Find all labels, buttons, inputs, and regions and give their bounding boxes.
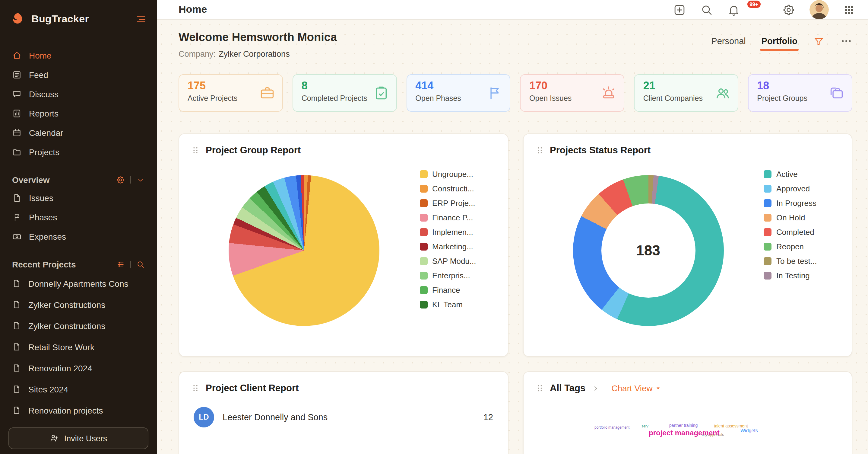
legend-swatch bbox=[420, 286, 427, 294]
recent-projects-filter-sliders-icon[interactable] bbox=[116, 260, 125, 269]
legend-item-completed[interactable]: Completed bbox=[764, 226, 837, 237]
legend-item-erp-proje[interactable]: ERP Proje... bbox=[420, 197, 493, 208]
panel-title: Project Group Report bbox=[206, 145, 301, 156]
notifications-bell-icon[interactable] bbox=[727, 3, 740, 16]
project-group-report-panel: Project Group Report Ungroupe...Construc… bbox=[179, 134, 508, 357]
legend-item-active[interactable]: Active bbox=[764, 168, 837, 179]
search-icon[interactable] bbox=[700, 3, 713, 16]
stat-card-open-phases[interactable]: 414Open Phases bbox=[406, 74, 510, 112]
recent-project-label: Sites 2024 bbox=[28, 384, 68, 394]
legend-swatch bbox=[420, 170, 427, 178]
tag-partner-training[interactable]: partner training bbox=[669, 423, 698, 427]
user-avatar[interactable] bbox=[809, 0, 829, 19]
legend-label: Ungroupe... bbox=[432, 169, 473, 178]
legend-item-implemen[interactable]: Implemen... bbox=[420, 226, 493, 237]
filter-funnel-icon[interactable] bbox=[813, 35, 825, 47]
legend-item-ungroupe[interactable]: Ungroupe... bbox=[420, 168, 493, 179]
stat-card-open-issues[interactable]: 170Open Issues bbox=[520, 74, 625, 112]
recent-projects-label: Recent Projects bbox=[12, 260, 116, 269]
legend-item-sap-modu[interactable]: SAP Modu... bbox=[420, 255, 493, 266]
expenses-icon bbox=[12, 232, 22, 242]
project-group-pie-chart[interactable] bbox=[228, 175, 379, 326]
tag-city-approvals[interactable]: city approvals bbox=[702, 433, 724, 436]
tab-personal[interactable]: Personal bbox=[711, 36, 746, 46]
recent-project-sites-2024[interactable]: Sites 2024 bbox=[0, 378, 157, 400]
legend-item-kl-team[interactable]: KL Team bbox=[420, 299, 493, 310]
stat-card-project-groups[interactable]: 18Project Groups bbox=[748, 74, 852, 112]
drag-handle-icon[interactable] bbox=[535, 146, 544, 154]
recent-project-zylker-constructions[interactable]: Zylker Constructions bbox=[0, 294, 157, 315]
legend-item-enterpris[interactable]: Enterpris... bbox=[420, 270, 493, 281]
recent-project-retail-store-work[interactable]: Retail Store Work bbox=[0, 336, 157, 358]
legend-label: KL Team bbox=[432, 300, 463, 309]
welcome-row: Welcome Hemsworth Monica Company:Zylker … bbox=[179, 31, 852, 59]
legend-item-finance[interactable]: Finance bbox=[420, 284, 493, 295]
apps-grid-icon[interactable] bbox=[843, 4, 855, 16]
legend-item-to-be-test[interactable]: To be test... bbox=[764, 255, 837, 266]
invite-users-button[interactable]: Invite Users bbox=[8, 427, 148, 449]
recent-project-renovation-2024[interactable]: Renovation 2024 bbox=[0, 358, 157, 378]
legend-swatch bbox=[764, 199, 772, 207]
tag-word-cloud: portfolio managementservpartner training… bbox=[523, 372, 852, 454]
sidebar-item-feed[interactable]: Feed bbox=[0, 65, 157, 85]
overview-collapse-chevron-down-icon[interactable] bbox=[136, 176, 145, 184]
recent-projects-header: Recent Projects bbox=[0, 256, 157, 273]
sidebar-item-phases[interactable]: Phases bbox=[0, 208, 157, 227]
donut-center: 183 bbox=[601, 203, 695, 297]
company-value: Zylker Corporations bbox=[219, 50, 290, 59]
legend-item-finance-p[interactable]: Finance P... bbox=[420, 212, 493, 223]
sidebar-item-issues[interactable]: Issues bbox=[0, 188, 157, 208]
legend-swatch bbox=[420, 228, 427, 236]
legend-item-marketing[interactable]: Marketing... bbox=[420, 241, 493, 252]
stat-card-active-projects[interactable]: 175Active Projects bbox=[179, 74, 283, 112]
recent-project-zylker-constructions[interactable]: Zylker Constructions bbox=[0, 315, 157, 336]
client-issue-count: 12 bbox=[484, 412, 493, 422]
legend-swatch bbox=[420, 214, 427, 221]
overview-settings-gear-icon[interactable] bbox=[116, 176, 125, 184]
legend-item-constructi[interactable]: Constructi... bbox=[420, 183, 493, 194]
settings-gear-icon[interactable] bbox=[782, 3, 795, 16]
sidebar-item-reports[interactable]: Reports bbox=[0, 104, 157, 123]
legend-item-approved[interactable]: Approved bbox=[764, 183, 837, 194]
alert-icon bbox=[601, 85, 617, 101]
legend-label: To be test... bbox=[776, 256, 817, 265]
tag-talent-assessment[interactable]: talent assessment bbox=[714, 424, 748, 428]
legend-item-on-hold[interactable]: On Hold bbox=[764, 212, 837, 223]
sidebar-item-expenses[interactable]: Expenses bbox=[0, 227, 157, 246]
tag-serv[interactable]: serv bbox=[642, 424, 648, 428]
sidebar-item-discuss[interactable]: Discuss bbox=[0, 85, 157, 104]
sidebar-item-label: Calendar bbox=[29, 128, 63, 138]
legend-label: ERP Proje... bbox=[432, 198, 475, 207]
drag-handle-icon[interactable] bbox=[191, 146, 200, 154]
hamburger-menu-icon[interactable] bbox=[135, 13, 147, 25]
bugtracker-logo-icon bbox=[10, 11, 25, 27]
stat-card-client-companies[interactable]: 21Client Companies bbox=[634, 74, 739, 112]
sidebar-item-projects[interactable]: Projects bbox=[0, 142, 157, 162]
recent-projects-search-icon[interactable] bbox=[136, 260, 145, 269]
stat-card-completed-projects[interactable]: 8Completed Projects bbox=[292, 74, 397, 112]
sidebar-item-home[interactable]: Home bbox=[0, 46, 157, 65]
legend-item-in-testing[interactable]: In Testing bbox=[764, 270, 837, 281]
legend-item-in-progress[interactable]: In Progress bbox=[764, 197, 837, 208]
recent-project-label: Renovation projects bbox=[28, 405, 103, 415]
issues-icon bbox=[12, 193, 22, 203]
view-controls: Personal Portfolio bbox=[711, 35, 852, 47]
recent-project-renovation-projects[interactable]: Renovation projects bbox=[0, 400, 157, 421]
client-name: Leester Donnelly and Sons bbox=[223, 412, 475, 422]
more-options-ellipsis-icon[interactable] bbox=[840, 35, 852, 47]
legend-item-reopen[interactable]: Reopen bbox=[764, 241, 837, 252]
all-tags-panel: All Tags Chart View portfolio management… bbox=[523, 371, 852, 454]
brand-name: BugTracker bbox=[31, 13, 129, 25]
recent-project-donnelly-apartments-cons[interactable]: Donnelly Apartments Cons bbox=[0, 273, 157, 294]
drag-handle-icon[interactable] bbox=[191, 384, 200, 392]
sidebar-item-calendar[interactable]: Calendar bbox=[0, 123, 157, 142]
add-new-icon[interactable] bbox=[673, 3, 685, 16]
company-label: Company: bbox=[179, 50, 216, 59]
tag-portfolio-management[interactable]: portfolio management bbox=[594, 426, 629, 429]
projects-status-report-panel: Projects Status Report 183 ActiveApprove… bbox=[523, 134, 852, 357]
project-client-report-panel: Project Client Report LD Leester Donnell… bbox=[179, 371, 508, 454]
client-report-row[interactable]: LD Leester Donnelly and Sons 12 bbox=[179, 400, 507, 427]
stack-icon bbox=[829, 85, 844, 101]
tag-widgets[interactable]: Widgets bbox=[740, 428, 758, 433]
tab-portfolio[interactable]: Portfolio bbox=[762, 36, 798, 46]
